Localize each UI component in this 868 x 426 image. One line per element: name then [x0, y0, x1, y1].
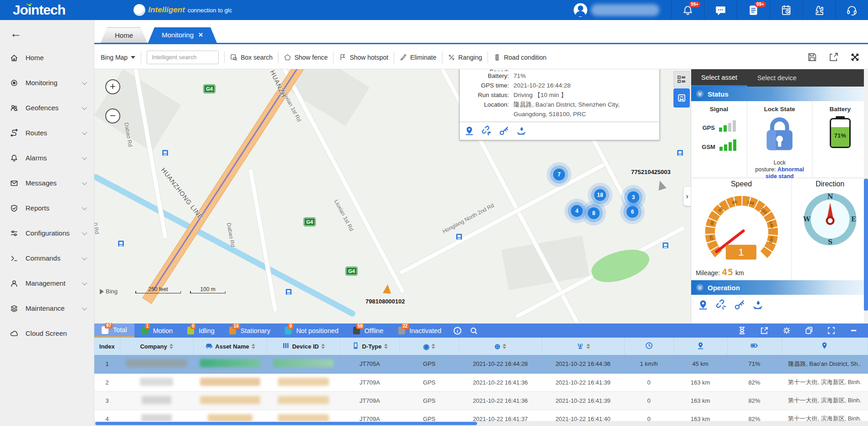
asset-cluster-marker[interactable]: 7 [553, 169, 565, 180]
sidebar-item-configurations[interactable]: Configurations [0, 221, 94, 246]
col-d-type[interactable]: D-Type [340, 338, 400, 355]
table-row[interactable]: 3 JT709AGPS 2021-10-22 16:41:362021-10-2… [94, 391, 868, 410]
sidebar-item-messages[interactable]: Messages [0, 170, 94, 195]
road-condition-button[interactable]: Road condition [493, 54, 546, 61]
bus-stop-icon[interactable] [285, 288, 292, 295]
close-icon[interactable]: ✕ [198, 27, 203, 43]
asset-cluster-marker[interactable]: 3 [627, 191, 639, 203]
panel-scrollbar[interactable] [864, 69, 868, 323]
sort-icon[interactable] [169, 344, 173, 349]
operation-section-header[interactable]: Operation [691, 280, 868, 295]
col-mileage[interactable] [673, 338, 727, 355]
asset-cluster-marker[interactable]: 4 [571, 205, 583, 217]
bus-stop-icon[interactable] [456, 233, 462, 240]
fullscreen-icon[interactable] [827, 326, 836, 335]
search-input[interactable] [147, 51, 219, 64]
refuel-icon[interactable] [752, 299, 763, 312]
tab-select-asset[interactable]: Select asset [691, 69, 747, 87]
locate-icon[interactable] [698, 299, 709, 312]
col-location[interactable] [781, 338, 868, 355]
export-icon[interactable] [829, 52, 838, 62]
map-canvas[interactable]: HUANZHONG LINE Liuxian 1st Rd Liuxian 1s… [94, 69, 691, 323]
tab-monitoring[interactable]: Monitoring ✕ [148, 27, 217, 43]
back-arrow-icon[interactable]: ← [0, 20, 94, 45]
plugins-button[interactable] [802, 0, 835, 20]
key-icon[interactable] [734, 299, 745, 312]
chat-button[interactable] [704, 0, 737, 20]
show-hotspot-button[interactable]: Show hotspot [339, 54, 388, 61]
filter-tab-not-positioned[interactable]: 0 Not positioned [277, 323, 346, 338]
support-button[interactable] [835, 0, 868, 20]
show-fence-button[interactable]: Show fence [284, 54, 328, 61]
messages-button[interactable]: 99+ [737, 0, 770, 20]
col-device-id[interactable]: Device ID [267, 338, 340, 355]
vehicle-marker-icon[interactable] [383, 284, 392, 293]
sidebar-item-maintenance[interactable]: Maintenance [0, 296, 94, 321]
expand-icon[interactable] [850, 52, 860, 62]
sidebar-item-reports[interactable]: Reports [0, 195, 94, 221]
col-company[interactable]: Company [120, 338, 193, 355]
zoom-out-button[interactable]: − [105, 108, 120, 123]
filter-tab-stationary[interactable]: 16 Stationary [222, 323, 277, 338]
eliminate-button[interactable]: Eliminate [400, 54, 437, 61]
table-row[interactable]: 2 JT709AGPS 2021-10-22 16:41:362021-10-2… [94, 373, 868, 391]
filter-tab-offline[interactable]: 58 Offline [346, 323, 391, 338]
bus-stop-icon[interactable] [162, 149, 169, 156]
share-icon[interactable] [760, 326, 769, 335]
sidebar-item-management[interactable]: Management [0, 271, 94, 296]
sort-icon[interactable] [586, 344, 590, 349]
col-asset-name[interactable]: Asset Name [193, 338, 267, 355]
table-row[interactable]: 1 JT705AGPS 2021-10-22 16:44:282021-10-2… [94, 355, 868, 373]
notifications-button[interactable]: 99+ [671, 0, 704, 20]
sort-icon[interactable] [431, 344, 435, 349]
scrollbar-thumb[interactable] [95, 422, 477, 425]
sidebar-item-routes[interactable]: Routes [0, 120, 94, 145]
schedule-button[interactable] [770, 0, 802, 20]
sidebar-item-geofences[interactable]: Geofences [0, 95, 94, 120]
asset-cluster-marker[interactable]: 8 [588, 207, 600, 219]
asset-cluster-marker[interactable]: 6 [627, 206, 638, 218]
map-provider-select[interactable]: Bing Map [101, 54, 135, 61]
unlink-icon[interactable] [716, 299, 727, 312]
bookmark-panel-button[interactable] [673, 88, 690, 108]
zoom-in-button[interactable]: + [105, 79, 120, 94]
hourglass-icon[interactable] [738, 326, 746, 335]
sidebar-item-home[interactable]: Home [0, 45, 94, 70]
col-positioning-type[interactable]: ◉ [400, 338, 459, 355]
bus-stop-icon[interactable] [677, 149, 683, 156]
copy-icon[interactable] [805, 326, 813, 335]
horizontal-scrollbar[interactable] [94, 421, 868, 426]
col-index[interactable]: Index [94, 338, 120, 355]
tab-home[interactable]: Home [101, 27, 147, 43]
filter-tab-motion[interactable]: 1 Motion [134, 323, 180, 338]
tab-select-device[interactable]: Select device [747, 69, 806, 87]
box-search-button[interactable]: Box search [230, 54, 272, 61]
col-battery[interactable] [727, 338, 781, 355]
col-gps-time[interactable]: ⊕ [459, 338, 542, 355]
unlink-icon[interactable] [482, 126, 492, 137]
filter-tab-inactivated[interactable]: 22 Inactivated [391, 323, 449, 338]
bus-stop-icon[interactable] [118, 240, 124, 247]
sidebar-item-monitoring[interactable]: Monitoring [0, 70, 94, 95]
asset-cluster-marker[interactable]: 18 [594, 189, 606, 201]
status-section-header[interactable]: Status [691, 87, 868, 101]
key-icon[interactable] [499, 126, 509, 137]
col-speed[interactable] [624, 338, 673, 355]
info-icon[interactable] [453, 327, 462, 335]
refuel-icon[interactable] [516, 126, 526, 137]
search-icon[interactable] [470, 327, 478, 335]
sort-icon[interactable] [503, 344, 506, 349]
layer-list-button[interactable] [673, 71, 690, 87]
sort-icon[interactable] [252, 344, 255, 349]
sort-icon[interactable] [321, 344, 325, 349]
panel-expander[interactable]: › [683, 187, 691, 206]
col-receive-time[interactable] [542, 338, 624, 355]
minimize-icon[interactable] [849, 326, 858, 335]
sidebar-item-commands[interactable]: Commands [0, 246, 94, 271]
sidebar-item-cloud-screen[interactable]: Cloud Screen [0, 321, 94, 346]
user-avatar[interactable] [574, 3, 587, 17]
ranging-button[interactable]: Ranging [448, 54, 482, 61]
bus-stop-icon[interactable] [662, 242, 669, 249]
filter-tab-idling[interactable]: 0 Idling [180, 323, 222, 338]
locate-icon[interactable] [464, 126, 474, 137]
